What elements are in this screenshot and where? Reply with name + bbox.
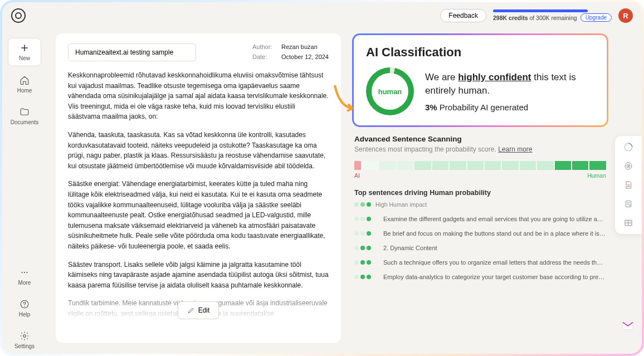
sidebar-documents[interactable]: Documents: [8, 103, 41, 130]
document-meta: Author:Rezan buzan Date:October 12, 2024: [252, 43, 329, 64]
ai-label: AI: [354, 172, 360, 179]
tool-radar-icon[interactable]: [623, 160, 634, 172]
svg-point-1: [24, 272, 25, 273]
sentence-row[interactable]: Be brief and focus on making the buttons…: [354, 230, 606, 237]
classification-card: AI Classification human We are highly co…: [352, 33, 608, 127]
edit-button[interactable]: Edit: [178, 301, 219, 319]
author-value: Rezan buzan: [281, 43, 318, 50]
dots-icon: [19, 267, 30, 277]
sidebar-settings[interactable]: Settings: [8, 326, 41, 354]
impact-legend: High Human impact: [354, 201, 606, 208]
sidebar-home[interactable]: Home: [8, 71, 41, 98]
svg-point-5: [23, 335, 26, 338]
help-icon: [19, 299, 30, 309]
date-value: October 12, 2024: [281, 53, 329, 60]
document-panel: Author:Rezan buzan Date:October 12, 2024…: [56, 33, 341, 343]
right-toolbar: [615, 136, 642, 234]
svg-rect-10: [626, 201, 631, 207]
svg-point-0: [21, 272, 22, 273]
tool-grid-icon[interactable]: [623, 217, 634, 228]
classification-panel: AI Classification human We are highly co…: [352, 33, 608, 343]
plus-icon: [19, 43, 30, 53]
scanning-title: Advanced Sentence Scanning: [354, 135, 606, 143]
document-title-input[interactable]: [68, 43, 196, 61]
scan-seg-ai: [354, 161, 361, 170]
tool-document-icon[interactable]: [623, 179, 634, 191]
scan-spectrum: [354, 161, 606, 170]
learn-more-link[interactable]: Learn more: [498, 145, 532, 153]
upgrade-button[interactable]: Upgrade: [580, 13, 612, 22]
scanning-subtitle: Sentences most impacting the probability…: [354, 145, 606, 153]
credits-progress-bar: [493, 9, 588, 12]
advanced-scanning: Advanced Sentence Scanning Sentences mos…: [352, 127, 608, 282]
sidebar-new[interactable]: New: [8, 38, 41, 66]
classification-title: AI Classification: [366, 45, 594, 60]
human-label: Human: [587, 172, 606, 179]
top-sentences-title: Top sentences driving Human probability: [354, 189, 606, 197]
sentence-list: Examine the different gadgets and email …: [354, 216, 606, 280]
clock-icon[interactable]: [622, 319, 634, 331]
document-body: Keskkonnaprobleemid rõhutavad keskkonnah…: [68, 70, 329, 333]
svg-point-9: [628, 165, 629, 167]
home-icon: [19, 75, 30, 85]
sidebar-more[interactable]: More: [8, 263, 41, 290]
folder-icon: [19, 107, 30, 117]
app-logo[interactable]: [11, 8, 26, 23]
svg-point-4: [24, 306, 25, 307]
gear-icon: [19, 331, 30, 341]
classification-probability: 3% Probability AI generated: [425, 103, 594, 112]
sentence-row[interactable]: Such a technique offers you to organize …: [354, 259, 606, 266]
topbar: Feedback 298K credits of 300K remaining …: [2, 2, 642, 29]
credits-indicator: 298K credits of 300K remaining Upgrade: [493, 9, 612, 22]
avatar[interactable]: R: [618, 8, 633, 23]
main-area: Author:Rezan buzan Date:October 12, 2024…: [56, 33, 608, 343]
sentence-row[interactable]: 2. Dynamic Content: [354, 245, 606, 251]
sidebar-help[interactable]: Help: [8, 295, 41, 322]
classification-statement: We are highly confident this text is ent…: [425, 71, 594, 97]
sidebar: New Home Documents More Help Settings: [2, 29, 47, 354]
feedback-button[interactable]: Feedback: [440, 9, 486, 22]
tool-note-icon[interactable]: [623, 198, 634, 209]
svg-point-2: [26, 272, 27, 273]
classification-gauge: human: [366, 67, 414, 115]
sentence-row[interactable]: Examine the different gadgets and email …: [354, 216, 606, 222]
tool-spinner-icon[interactable]: [623, 142, 634, 153]
pencil-icon: [187, 306, 195, 314]
credits-text: 298K credits of 300K remaining: [493, 14, 577, 21]
sentence-row[interactable]: Employ data-analytics to categorize your…: [354, 274, 606, 280]
